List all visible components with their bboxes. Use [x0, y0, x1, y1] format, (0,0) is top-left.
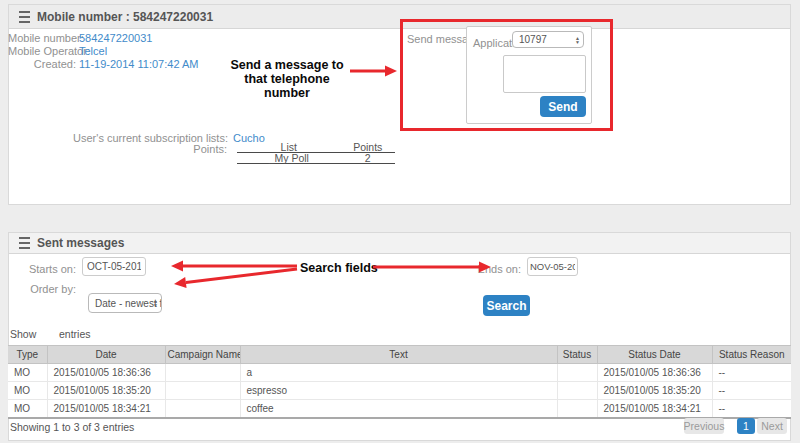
- cell-text: espresso: [240, 382, 557, 400]
- cell-date: 2015/010/05 18:35:20: [47, 382, 165, 400]
- cell-status-date: 2015/010/05 18:35:20: [597, 382, 712, 400]
- panel-title: Sent messages: [37, 236, 124, 250]
- cell-status: [557, 400, 597, 419]
- col-status-date[interactable]: Status Date: [597, 346, 712, 364]
- page: Mobile number : 584247220031 Mobile numb…: [0, 0, 800, 443]
- ends-on-input[interactable]: [527, 257, 578, 276]
- cell-status: [557, 364, 597, 382]
- list-icon: [19, 11, 30, 23]
- points-row-list: _My Poll: [237, 153, 341, 163]
- cell-type: MO: [8, 364, 47, 382]
- table-summary: Showing 1 to 3 of 3 entries: [10, 421, 134, 433]
- col-status-reason[interactable]: Status Reason: [712, 346, 791, 364]
- order-by-label: Order by:: [8, 283, 76, 295]
- table-row: MO 2015/010/05 18:34:21 coffee 2015/010/…: [8, 400, 791, 419]
- cell-status-date: 2015/010/05 18:34:21: [597, 400, 712, 419]
- created-label: Created:: [8, 58, 76, 70]
- created-value: 11-19-2014 11:07:42 AM: [79, 58, 198, 70]
- mobile-number-label: Mobile number:: [8, 32, 76, 44]
- cell-status-date: 2015/010/05 18:36:36: [597, 364, 712, 382]
- ends-on-label: Ends on:: [453, 263, 521, 275]
- cell-status-reason: --: [712, 400, 791, 419]
- entries-label: entries: [59, 328, 91, 340]
- col-type[interactable]: Type: [8, 346, 47, 364]
- annotation-line-1: Send a message to: [222, 58, 352, 72]
- mobile-operator-link[interactable]: Telcel: [79, 45, 107, 57]
- table-header-row: Type Date Campaign Name Text Status Stat…: [8, 346, 791, 364]
- cell-text: coffee: [240, 400, 557, 419]
- points-row-points: 2: [341, 153, 395, 163]
- cell-status-reason: --: [712, 364, 791, 382]
- cell-status-reason: --: [712, 382, 791, 400]
- cell-date: 2015/010/05 18:36:36: [47, 364, 165, 382]
- list-icon: [19, 237, 30, 249]
- col-date[interactable]: Date: [47, 346, 165, 364]
- table-row: MO 2015/010/05 18:36:36 a 2015/010/05 18…: [8, 364, 791, 382]
- search-button[interactable]: Search: [483, 295, 530, 316]
- order-by-select[interactable]: Date - newest fir ▲▼: [88, 293, 162, 313]
- col-campaign-name[interactable]: Campaign Name: [165, 346, 240, 364]
- message-textarea[interactable]: [503, 55, 586, 93]
- points-col-list: List: [237, 142, 341, 152]
- points-label: Points:: [8, 143, 227, 155]
- table-row: MO 2015/010/05 18:35:20 espresso 2015/01…: [8, 382, 791, 400]
- points-table-header: List Points: [237, 142, 395, 153]
- mobile-operator-label: Mobile Operator:: [8, 45, 76, 57]
- search-fields-annotation: Search fields: [300, 261, 378, 275]
- cell-campaign: [165, 400, 240, 419]
- cell-status: [557, 382, 597, 400]
- up-down-stepper-icon: ▲▼: [575, 36, 580, 44]
- panel-title: Mobile number : 584247220031: [37, 10, 213, 24]
- cell-campaign: [165, 382, 240, 400]
- up-down-stepper-icon: ▲▼: [153, 299, 158, 307]
- cell-text: a: [240, 364, 557, 382]
- annotation-line-2: that telephone number: [222, 72, 352, 100]
- starts-on-input[interactable]: [82, 257, 146, 276]
- order-by-select-value: Date - newest fir: [95, 298, 162, 309]
- application-select[interactable]: 10797 ▲▼: [512, 31, 584, 48]
- sent-messages-panel-header: Sent messages: [9, 233, 790, 254]
- mobile-number-link[interactable]: 584247220031: [79, 32, 152, 44]
- col-text[interactable]: Text: [240, 346, 557, 364]
- page-1-button[interactable]: 1: [737, 418, 755, 434]
- points-col-points: Points: [341, 142, 395, 152]
- show-label: Show: [10, 328, 36, 340]
- send-button[interactable]: Send: [540, 96, 586, 117]
- application-select-value: 10797: [519, 34, 547, 45]
- starts-on-label: Starts on:: [8, 263, 76, 275]
- send-message-annotation: Send a message to that telephone number: [222, 58, 352, 100]
- sent-messages-table: Type Date Campaign Name Text Status Stat…: [8, 345, 791, 419]
- cell-date: 2015/010/05 18:34:21: [47, 400, 165, 419]
- col-status[interactable]: Status: [557, 346, 597, 364]
- cell-type: MO: [8, 400, 47, 419]
- cell-campaign: [165, 364, 240, 382]
- previous-button[interactable]: Previous: [684, 418, 724, 434]
- points-table: List Points _My Poll 2: [237, 142, 395, 164]
- cell-type: MO: [8, 382, 47, 400]
- next-button[interactable]: Next: [757, 418, 787, 434]
- points-table-row: _My Poll 2: [237, 153, 395, 164]
